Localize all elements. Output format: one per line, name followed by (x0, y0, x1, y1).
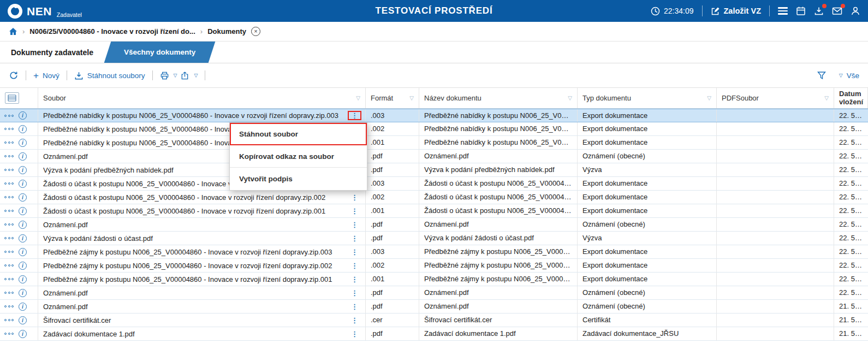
table-row[interactable]: i Oznámení.pdf ⋮ .pdf Oznámení.pdf Oznám… (0, 300, 868, 314)
filter-icon[interactable]: ▽ (705, 95, 711, 101)
table-row[interactable]: i Oznámení.pdf ⋮ .pdf Oznámení.pdf Oznám… (0, 150, 868, 163)
column-header-format[interactable]: Formát▽ (366, 88, 419, 108)
table-row[interactable]: i Předběžné nabídky k postupu N006_25_V0… (0, 109, 868, 122)
table-row[interactable]: i Výzva k podání předběžných nabídek.pdf… (0, 163, 868, 177)
info-icon[interactable]: i (19, 139, 27, 147)
table-row[interactable]: i Zadávací dokumentace 1.pdf ⋮ .pdf Zadá… (0, 327, 868, 341)
row-actions-icon[interactable] (4, 128, 14, 130)
new-button[interactable]: + Nový (33, 71, 60, 80)
row-actions-icon[interactable] (4, 223, 14, 226)
insert-date: 22. 5. 2025 (834, 136, 868, 149)
table-row[interactable]: i Oznámení.pdf ⋮ .pdf Oznámení.pdf Oznám… (0, 286, 868, 300)
view-select[interactable]: ▽ Vše (839, 72, 859, 80)
table-row[interactable]: i Výzva k podání žádosti o účast.pdf ⋮ .… (0, 232, 868, 245)
home-icon[interactable] (9, 27, 17, 36)
breadcrumb-procedure[interactable]: N006/25/V00004860 - Inovace v rozvoji ří… (29, 27, 195, 36)
row-actions-icon[interactable] (4, 141, 14, 144)
row-actions-icon[interactable] (4, 264, 14, 267)
info-icon[interactable]: i (19, 152, 27, 161)
column-header-soubor[interactable]: Soubor▽ (38, 88, 366, 108)
download-files-button[interactable]: Stáhnout soubory (74, 71, 145, 80)
filter-icon[interactable]: ▽ (566, 95, 572, 101)
pdf-file (717, 218, 834, 231)
info-icon[interactable]: i (19, 330, 27, 338)
refresh-button[interactable] (9, 70, 19, 80)
row-actions-icon[interactable] (4, 182, 14, 185)
table-row[interactable]: i Předběžné zájmy k postupu N006_25_V000… (0, 245, 868, 259)
row-menu-icon[interactable]: ⋮ (349, 249, 360, 256)
row-menu-icon[interactable]: ⋮ (349, 262, 360, 269)
table-row[interactable]: i Žádosti o účast k postupu N006_25_V000… (0, 204, 868, 218)
table-row[interactable]: i Žádosti o účast k postupu N006_25_V000… (0, 191, 868, 204)
calendar-button[interactable] (796, 6, 806, 16)
tab-vsechny-dokumenty[interactable]: Všechny dokumenty (104, 42, 216, 63)
row-menu-icon[interactable]: ⋮ (349, 276, 360, 283)
close-page-icon[interactable]: × (251, 27, 260, 36)
export-button[interactable]: ▽ (180, 71, 198, 80)
context-menu-item[interactable]: Vytvořit podpis (230, 168, 367, 190)
table-row[interactable]: i Předběžné nabídky k postupu N006_25_V0… (0, 136, 868, 150)
row-menu-icon[interactable]: ⋮ (349, 330, 360, 338)
profile-button[interactable] (851, 6, 860, 16)
messages-button[interactable] (832, 6, 842, 16)
insert-date: 22. 5. 2025 (834, 191, 868, 204)
row-menu-icon[interactable]: ⋮ (349, 112, 360, 119)
row-actions-icon[interactable] (4, 251, 14, 253)
menu-button[interactable] (778, 7, 788, 14)
info-icon[interactable]: i (19, 289, 27, 297)
column-header-typ[interactable]: Typ dokumentu▽ (578, 88, 717, 108)
row-menu-icon[interactable]: ⋮ (349, 317, 360, 324)
table-row[interactable]: i Předběžné zájmy k postupu N006_25_V000… (0, 259, 868, 273)
info-icon[interactable]: i (19, 111, 27, 120)
column-header-nazev[interactable]: Název dokumentu▽ (419, 88, 578, 108)
info-icon[interactable]: i (19, 207, 27, 215)
info-icon[interactable]: i (19, 248, 27, 256)
row-actions-icon[interactable] (4, 115, 14, 117)
context-menu-item[interactable]: Stáhnout soubor (230, 123, 367, 145)
row-actions-icon[interactable] (4, 169, 14, 171)
downloads-button[interactable] (814, 6, 824, 16)
row-menu-icon[interactable]: ⋮ (349, 221, 360, 228)
context-menu-item[interactable]: Kopírovat odkaz na soubor (230, 145, 367, 168)
info-icon[interactable]: i (19, 221, 27, 229)
filter-button[interactable] (817, 70, 827, 80)
info-icon[interactable]: i (19, 316, 27, 324)
row-actions-icon[interactable] (4, 292, 14, 294)
info-icon[interactable]: i (19, 303, 27, 311)
table-row[interactable]: i Šifrovací certifikát.cer ⋮ .cer Šifrov… (0, 314, 868, 327)
filter-icon[interactable]: ▽ (822, 95, 829, 101)
filter-icon[interactable]: ▽ (354, 95, 360, 101)
table-row[interactable]: i Předběžné nabídky k postupu N006_25_V0… (0, 122, 868, 136)
row-actions-icon[interactable] (4, 155, 14, 157)
row-actions-icon[interactable] (4, 305, 14, 307)
column-header-datum[interactable]: Datum vložení (834, 88, 868, 108)
tab-dokumenty-zadavatele[interactable]: Dokumenty zadavatele (8, 42, 108, 63)
info-icon[interactable]: i (19, 166, 27, 174)
row-menu-icon[interactable]: ⋮ (349, 303, 360, 310)
row-actions-icon[interactable] (4, 210, 14, 212)
print-button[interactable]: ▽ (160, 71, 177, 80)
row-actions-icon[interactable] (4, 237, 14, 239)
row-menu-icon[interactable]: ⋮ (349, 194, 360, 201)
info-icon[interactable]: i (19, 234, 27, 243)
column-header-pdfsoubor[interactable]: PDFSoubor▽ (717, 88, 834, 108)
info-icon[interactable]: i (19, 125, 27, 133)
row-actions-icon[interactable] (4, 333, 14, 335)
table-row[interactable]: i Oznámení.pdf ⋮ .pdf Oznámení.pdf Oznám… (0, 218, 868, 232)
filter-icon[interactable]: ▽ (407, 95, 414, 101)
row-actions-icon[interactable] (4, 196, 14, 198)
row-menu-icon[interactable]: ⋮ (349, 235, 360, 242)
info-icon[interactable]: i (19, 262, 27, 270)
row-menu-icon[interactable]: ⋮ (349, 289, 360, 297)
table-row[interactable]: i Předběžné zájmy k postupu N006_25_V000… (0, 273, 868, 286)
row-menu-icon[interactable]: ⋮ (349, 208, 360, 215)
info-icon[interactable]: i (19, 180, 27, 188)
nen-logo[interactable]: NEN Zadavatel (8, 4, 82, 19)
table-row[interactable]: i Žádosti o účast k postupu N006_25_V000… (0, 177, 868, 191)
row-actions-icon[interactable] (4, 278, 14, 280)
info-icon[interactable]: i (19, 193, 27, 202)
row-actions-icon[interactable] (4, 319, 14, 321)
column-chooser-button[interactable] (5, 92, 19, 104)
create-vz-button[interactable]: Založit VZ (711, 7, 761, 16)
info-icon[interactable]: i (19, 275, 27, 283)
